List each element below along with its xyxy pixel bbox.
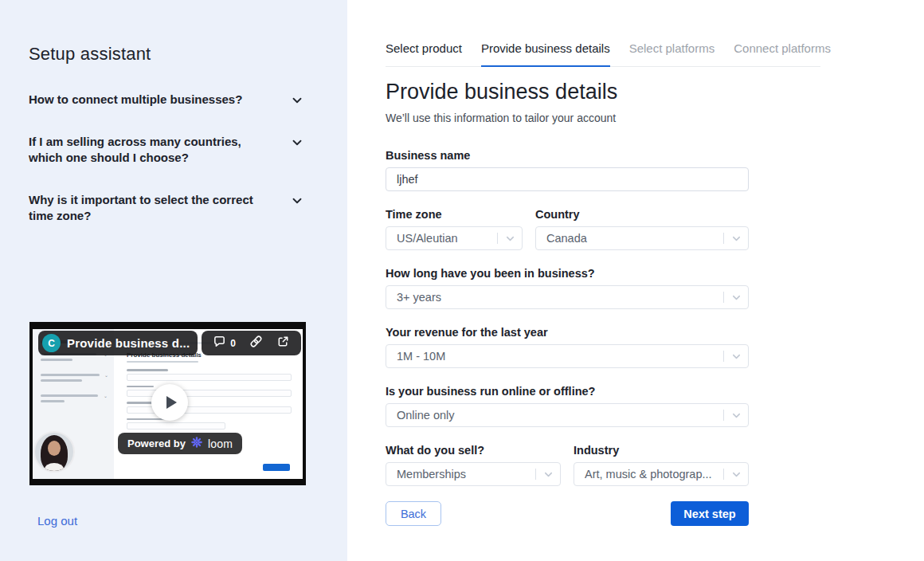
chevron-down-icon — [290, 194, 304, 211]
chevron-down-icon — [724, 292, 748, 304]
industry-value: Art, music & photograp... — [574, 468, 723, 481]
chevron-down-icon — [724, 410, 748, 422]
loom-icon — [190, 436, 203, 452]
online-offline-value: Online only — [386, 409, 723, 422]
sidebar-title: Setup assistant — [29, 44, 151, 65]
external-link-icon — [276, 335, 290, 351]
what-sell-value: Memberships — [386, 468, 535, 481]
video-titlebar: C Provide business d... — [38, 331, 198, 355]
comment-icon — [213, 335, 226, 351]
industry-label: Industry — [574, 443, 749, 457]
wizard-steps-tabs: Select product Provide business details … — [386, 41, 820, 67]
faq-item-many-countries[interactable]: If I am selling across many countries, w… — [29, 134, 304, 166]
business-name-input[interactable] — [386, 167, 749, 191]
chevron-down-icon — [498, 233, 522, 245]
tab-connect-platforms[interactable]: Connect platforms — [734, 41, 831, 66]
next-step-button[interactable]: Next step — [671, 501, 749, 526]
business-age-select[interactable]: 3+ years — [386, 285, 749, 309]
time-zone-value: US/Aleutian — [386, 232, 497, 245]
business-name-label: Business name — [386, 148, 749, 163]
country-select[interactable]: Canada — [535, 226, 749, 250]
country-value: Canada — [536, 232, 723, 245]
play-icon — [166, 396, 177, 409]
back-button[interactable]: Back — [386, 501, 441, 526]
presenter-avatar — [33, 431, 75, 473]
copy-link-button[interactable] — [249, 335, 263, 351]
chevron-down-icon — [724, 233, 748, 245]
tab-select-platforms[interactable]: Select platforms — [629, 41, 715, 66]
online-offline-label: Is your business run online or offline? — [386, 384, 749, 398]
video-preview-next-button — [263, 464, 290, 471]
revenue-select[interactable]: 1M - 10M — [386, 344, 749, 368]
faq-item-multiple-businesses[interactable]: How to connect multiple businesses? — [29, 92, 304, 111]
faq-question: If I am selling across many countries, w… — [29, 134, 272, 166]
logout-link[interactable]: Log out — [37, 514, 77, 528]
chevron-down-icon — [536, 469, 560, 481]
what-sell-select[interactable]: Memberships — [386, 462, 561, 486]
chevron-down-icon — [724, 351, 748, 363]
business-details-form: Business name Time zone US/Aleutian Coun… — [386, 148, 749, 526]
tab-provide-business-details[interactable]: Provide business details — [481, 41, 610, 67]
powered-by-loom-badge: Powered by loom — [118, 433, 242, 454]
chevron-down-icon — [290, 93, 304, 111]
faq-question: How to connect multiple businesses? — [29, 92, 272, 108]
open-external-button[interactable] — [276, 335, 290, 351]
country-label: Country — [535, 207, 749, 222]
revenue-value: 1M - 10M — [386, 350, 723, 363]
link-icon — [249, 335, 263, 351]
time-zone-select[interactable]: US/Aleutian — [386, 226, 523, 250]
comments-button[interactable]: 0 — [213, 335, 236, 351]
channel-avatar-badge: C — [42, 334, 61, 352]
time-zone-label: Time zone — [386, 207, 523, 222]
powered-by-label: Powered by — [127, 437, 186, 449]
main-content: Select product Provide business details … — [347, 0, 820, 561]
chevron-down-icon — [290, 135, 304, 153]
industry-select[interactable]: Art, music & photograp... — [574, 462, 749, 486]
tab-select-product[interactable]: Select product — [386, 41, 462, 66]
what-sell-label: What do you sell? — [386, 443, 561, 457]
online-offline-select[interactable]: Online only — [386, 403, 749, 427]
faq-item-time-zone[interactable]: Why is it important to select the correc… — [29, 192, 304, 224]
page-subtitle: We’ll use this information to tailor you… — [386, 112, 820, 124]
page-title: Provide business details — [386, 80, 820, 104]
faq-question: Why is it important to select the correc… — [29, 192, 272, 224]
comment-count: 0 — [230, 338, 236, 349]
chevron-down-icon — [724, 469, 748, 481]
video-title: Provide business d... — [67, 336, 190, 350]
loom-video-player[interactable]: ⌄ ⌄ ⌄ Provide business details C Provide… — [29, 322, 306, 485]
business-age-label: How long have you been in business? — [386, 266, 749, 280]
play-button[interactable] — [151, 384, 188, 421]
revenue-label: Your revenue for the last year — [386, 325, 749, 339]
video-actions-bar: 0 — [202, 331, 301, 355]
business-age-value: 3+ years — [386, 291, 723, 304]
setup-assistant-sidebar: Setup assistant How to connect multiple … — [0, 0, 347, 561]
loom-wordmark: loom — [208, 437, 233, 450]
